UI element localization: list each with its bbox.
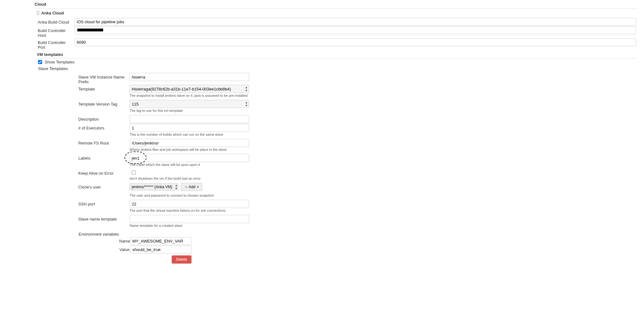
drag-handle-icon[interactable] (37, 11, 39, 15)
show-templates-label: Show Templates (45, 60, 75, 64)
name-template-input[interactable] (130, 215, 249, 223)
ssh-port-hint: The port that the virtual machine listen… (130, 209, 249, 212)
fsroot-input[interactable] (130, 139, 249, 147)
redacted-host-value (77, 29, 103, 31)
anka-cloud-label: Anka Cloud (41, 11, 64, 15)
keepalive-label: Keep Alive on Error (78, 169, 130, 176)
executors-hint: This is the number of builds which can r… (130, 133, 249, 136)
controller-port-input[interactable] (75, 38, 636, 46)
chevron-down-icon: ▾ (197, 185, 199, 188)
labels-hint: The Label which the slave will be spun u… (130, 163, 249, 166)
build-cloud-input[interactable] (75, 18, 636, 26)
add-credentials-button[interactable]: ⊸ Add ▾ (181, 183, 202, 191)
slave-templates-label: Slave Templates (38, 66, 638, 72)
env-vars-heading: Environment variables (79, 230, 119, 237)
key-icon: ⊸ (184, 185, 187, 189)
name-template-label: Slave name template (78, 215, 130, 221)
keepalive-hint: don't shutdown the vm if the build had a… (130, 177, 249, 180)
ssh-port-label: SSH port (78, 200, 130, 206)
description-input[interactable] (130, 115, 249, 123)
ssh-port-input[interactable] (130, 200, 249, 208)
cloud-heading: Cloud (35, 0, 638, 9)
fsroot-hint: Where jenkins files and job workspace wi… (130, 148, 249, 151)
env-value-input[interactable] (130, 246, 192, 254)
prefix-label: Slave VM Instance Name Prefix (78, 73, 130, 84)
anka-cloud-heading: Anka Cloud (37, 9, 638, 17)
version-select[interactable]: 115 (130, 100, 249, 108)
controller-host-label: Build Controller Host (38, 26, 75, 38)
prefix-input[interactable] (130, 73, 249, 81)
clone-user-label: Clone's user (78, 183, 130, 189)
env-value-label: Value (119, 247, 130, 252)
clone-user-select[interactable]: jenkins/****** (Anka VM) (130, 183, 178, 190)
description-label: Description (78, 115, 130, 122)
template-select[interactable]: Hisierraga(9278c62b-a31b-11e7-b154-003ee… (130, 85, 249, 93)
controller-host-input[interactable] (75, 26, 636, 34)
fsroot-label: Remote FS Root (78, 139, 130, 145)
executors-input[interactable] (130, 124, 249, 132)
add-button-label: Add (189, 185, 195, 189)
controller-port-label: Build Controller Port (38, 38, 75, 50)
clone-user-hint: The user and password to connect to chos… (130, 194, 249, 197)
labels-input[interactable] (130, 154, 249, 162)
version-label: Template Version Tag (78, 100, 130, 106)
template-label: Template (78, 85, 130, 91)
name-template-hint: Name template for a created slave (130, 224, 249, 227)
build-cloud-label: Anka Build Cloud (38, 18, 75, 25)
show-templates-checkbox[interactable] (38, 60, 42, 64)
env-name-input[interactable] (130, 237, 192, 245)
env-name-label: Name (119, 239, 130, 243)
vm-templates-heading: VM templates (37, 50, 638, 58)
executors-label: # of Executors (78, 124, 130, 130)
keepalive-checkbox[interactable] (132, 171, 136, 175)
delete-button[interactable]: Delete (172, 255, 192, 264)
template-hint: The snapshot to install jenkins slave on… (130, 94, 249, 97)
labels-label: Labels (78, 154, 130, 161)
version-hint: The tag to use for this vm template (130, 109, 249, 112)
